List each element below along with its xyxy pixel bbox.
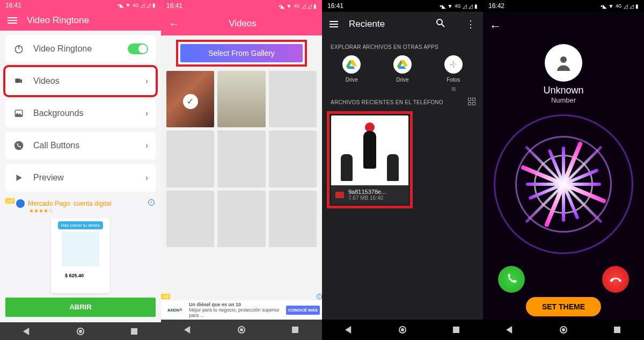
ad-phone-mock: $ 625.40: [62, 232, 99, 290]
nav-back-icon[interactable]: [505, 325, 515, 335]
menu-label: Videos: [33, 76, 60, 86]
status-time: 16:41: [327, 2, 343, 10]
ad-tag: Ad: [161, 294, 170, 299]
nav-back-icon[interactable]: [22, 327, 32, 336]
ad-sub: Mejor para tu negocio, protección superi…: [189, 307, 280, 318]
drive-icon: [393, 55, 412, 74]
nav-home-icon[interactable]: [237, 325, 246, 335]
decline-call-button[interactable]: [602, 266, 629, 293]
caller-avatar: [545, 44, 582, 82]
video-thumb-empty[interactable]: [217, 131, 265, 187]
chevron-right-icon: ›: [145, 173, 148, 183]
ad-price: $ 625.40: [65, 273, 84, 278]
menu-list: Video Ringtone Videos › Backgrounds › Ca…: [0, 31, 161, 196]
video-thumb-empty[interactable]: [217, 191, 265, 247]
svg-rect-10: [292, 327, 298, 333]
nav-recent-icon[interactable]: [290, 325, 300, 335]
svg-line-12: [442, 24, 444, 27]
apps-row: Drive Drive Fotos ⊞: [322, 55, 483, 92]
menu-item-call-buttons[interactable]: Call Buttons ›: [5, 132, 156, 160]
svg-point-16: [560, 56, 567, 63]
ad-tag: Ad: [5, 198, 14, 204]
kaleidoscope-pattern: [483, 82, 644, 286]
menu-label: Backgrounds: [33, 108, 83, 118]
svg-point-18: [562, 328, 565, 331]
ad-info-icon[interactable]: i: [148, 199, 155, 206]
recent-file[interactable]: 9a8115378e... 7.67 MB 16:40: [331, 115, 408, 204]
video-thumb-empty[interactable]: [269, 131, 317, 187]
file-name: 9a8115378e...: [348, 189, 386, 195]
power-icon: [13, 43, 25, 55]
app-label: Fotos: [447, 77, 460, 83]
menu-label: Call Buttons: [33, 141, 79, 150]
accept-call-button[interactable]: [498, 266, 525, 293]
menu-label: Preview: [33, 173, 64, 183]
ad-block[interactable]: Ad i Mercado Pago: cuenta digital ★★★★☆ …: [5, 198, 156, 293]
app-drive-2[interactable]: Drive: [393, 55, 412, 92]
video-thumb-empty[interactable]: [269, 191, 317, 247]
grid-view-icon[interactable]: [468, 98, 475, 105]
select-from-gallery-button[interactable]: Select From Gallery: [180, 44, 303, 62]
nav-home-icon[interactable]: [398, 325, 407, 335]
ad-headline: Un diésel que es un 10: [189, 302, 284, 307]
video-thumb-empty[interactable]: [166, 131, 214, 187]
chevron-right-icon: ›: [145, 76, 148, 86]
ad-cta-button[interactable]: ABRIR: [5, 298, 156, 317]
app-fotos[interactable]: Fotos ⊞: [444, 55, 463, 92]
back-arrow-icon[interactable]: ←: [489, 19, 501, 33]
nav-back-icon[interactable]: [344, 325, 354, 335]
menu-item-backgrounds[interactable]: Backgrounds ›: [5, 99, 156, 127]
status-time: 16:41: [166, 2, 182, 10]
status-bar: 16:41 •◣ ▼ 4G ◿ ◿ ▮: [161, 0, 322, 12]
nav-home-icon[interactable]: [76, 327, 85, 336]
caller-number: Number: [483, 96, 644, 104]
ad-block[interactable]: Ad i AXION✕ Un diésel que es un 10Mejor …: [161, 300, 322, 320]
caller-name: Unknown: [483, 85, 644, 96]
status-time: 16:41: [5, 2, 21, 9]
app-header: Reciente ⋮: [322, 12, 483, 37]
toggle-switch[interactable]: [128, 44, 148, 54]
app-drive[interactable]: Drive: [342, 55, 361, 92]
video-thumb-empty[interactable]: [166, 191, 214, 247]
back-arrow-icon[interactable]: ←: [169, 18, 179, 30]
menu-item-videos[interactable]: Videos ›: [5, 67, 156, 95]
svg-point-9: [240, 328, 243, 331]
video-thumb-empty[interactable]: [269, 71, 317, 127]
nav-recent-icon[interactable]: [612, 325, 622, 335]
phone-3-file-picker: 16:41 •◣ ▼ 4G ◿ ◿ ▮ Reciente ⋮ EXPLORAR …: [322, 0, 483, 340]
menu-item-preview[interactable]: Preview ›: [5, 164, 156, 192]
nav-back-icon[interactable]: [183, 325, 193, 335]
photos-icon: [444, 55, 463, 74]
video-thumb-2[interactable]: [217, 71, 265, 127]
ad-rating: ★★★★☆: [5, 208, 156, 214]
ad-bubble: Haz crecer tu dinero: [58, 221, 103, 229]
hamburger-icon[interactable]: [8, 17, 17, 24]
header-title: Reciente: [349, 19, 385, 30]
ad-title: Mercado Pago: cuenta digital: [28, 200, 111, 207]
search-icon[interactable]: [436, 18, 445, 30]
hamburger-icon[interactable]: [330, 21, 338, 27]
chevron-right-icon: ›: [145, 108, 148, 118]
app-header: ← Videos: [161, 12, 322, 35]
ad-info-icon[interactable]: i: [317, 294, 322, 299]
file-highlight: 9a8115378e... 7.67 MB 16:40: [330, 114, 410, 206]
ad-header: Mercado Pago: cuenta digital: [5, 198, 156, 208]
ad-cta-button[interactable]: CONOCÉ MÁS: [286, 306, 320, 315]
svg-rect-19: [614, 327, 620, 333]
svg-point-14: [401, 328, 404, 331]
video-thumb-1[interactable]: ✓: [166, 71, 214, 127]
video-grid: ✓: [161, 71, 322, 247]
app-header: Video Ringtone: [0, 10, 161, 31]
nav-recent-icon[interactable]: [129, 327, 139, 336]
ad-brand-icon: AXION✕: [163, 305, 187, 315]
drive-icon: [342, 55, 361, 74]
nav-home-icon[interactable]: [559, 325, 568, 335]
file-meta: 9a8115378e... 7.67 MB 16:40: [331, 185, 408, 204]
phone-1-video-ringtone: 16:41 •◣ ▼ 4G ◿ ◿ ▮ Video Ringtone Video…: [0, 0, 161, 340]
android-nav: [483, 320, 644, 340]
status-icons: •◣ ▼ 4G ◿ ◿ ▮: [118, 2, 156, 8]
nav-recent-icon[interactable]: [451, 325, 461, 335]
more-icon[interactable]: ⋮: [466, 18, 475, 30]
menu-item-video-ringtone[interactable]: Video Ringtone: [5, 35, 156, 63]
set-theme-button[interactable]: SET THEME: [526, 297, 601, 316]
